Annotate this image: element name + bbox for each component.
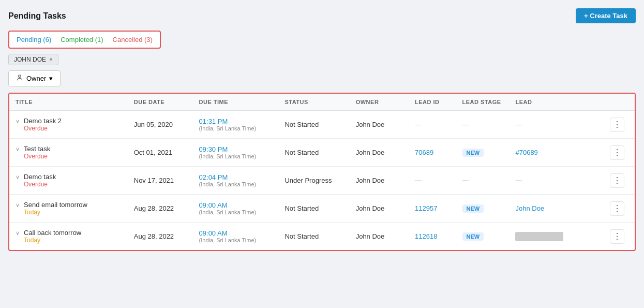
lead-id-link-3[interactable]: 112957 [415,204,437,212]
task-owner-2: John Doe [350,167,409,195]
lead-id-4[interactable]: 112618 [409,223,456,251]
task-title-3: Send email tomorrow [24,201,87,209]
lead-dash-0: — [515,121,522,128]
lead-id-3[interactable]: 112957 [409,195,456,223]
owner-button-label: Owner [26,75,46,82]
task-status-label-2: Overdue [24,181,56,188]
due-date-4: Aug 28, 2022 [128,223,193,251]
lead-blurred-4: •••••••••••••••••••• [515,232,563,241]
table-body: ∨ Demo task 2 Overdue Jun 05, 2020 01:31… [9,111,635,251]
lead-id-1[interactable]: 70689 [409,139,456,167]
task-owner-4: John Doe [350,223,409,251]
lead-id-link-4[interactable]: 112618 [415,232,437,240]
person-icon [16,74,23,83]
task-status-label-3: Today [24,209,87,216]
chevron-down-icon: ▾ [49,75,53,82]
lead-id-dash-0: — [415,121,422,128]
task-progress-3: Not Started [278,195,349,223]
lead-4: •••••••••••••••••••• [509,223,604,251]
tab-pending[interactable]: Pending (6) [17,36,51,43]
owner-filter-button[interactable]: Owner ▾ [8,70,61,86]
task-status-label-1: Overdue [24,153,50,160]
task-progress-0: Not Started [278,111,349,139]
row-more-button-1[interactable]: ⋮ [610,145,624,160]
tasks-table: TITLEDUE DATEDUE TIMESTATUSOWNERLEAD IDL… [9,94,635,250]
col-header-lead: LEAD [509,94,604,111]
row-more-button-2[interactable]: ⋮ [610,173,624,188]
due-time-1: 09:30 PM [199,145,273,153]
lead-stage-badge-1: NEW [462,149,484,157]
lead-id-0: — [409,111,456,139]
col-header-owner: OWNER [350,94,409,111]
row-expand-icon[interactable]: ∨ [16,202,20,209]
table-row: ∨ Test task Overdue Oct 01, 2021 09:30 P… [9,139,635,167]
page-title: Pending Tasks [8,11,66,21]
lead-1[interactable]: #70689 [509,139,604,167]
status-tabs: Pending (6)Completed (1)Cancelled (3) [8,31,161,49]
due-date-3: Aug 28, 2022 [128,195,193,223]
col-header-lead_stage: LEAD STAGE [456,94,510,111]
col-header-due_time: DUE TIME [193,94,279,111]
task-owner-1: John Doe [350,139,409,167]
task-title-1: Test task [24,145,50,153]
lead-id-dash-2: — [415,177,422,184]
row-expand-icon[interactable]: ∨ [16,174,20,181]
table-row: ∨ Call back tomorrow Today Aug 28, 2022 … [9,223,635,251]
col-header-action [604,94,635,111]
lead-id-link-1[interactable]: 70689 [415,149,433,156]
lead-2: — [509,167,604,195]
table-row: ∨ Demo task Overdue Nov 17, 2021 02:04 P… [9,167,635,195]
due-tz-1: (India, Sri Lanka Time) [199,153,273,159]
create-task-button[interactable]: + Create Task [576,8,636,23]
lead-stage-badge-4: NEW [462,232,484,241]
due-date-2: Nov 17, 2021 [128,167,193,195]
due-time-2: 02:04 PM [199,173,273,181]
task-progress-1: Not Started [278,139,349,167]
task-status-label-4: Today [24,237,81,244]
active-filter-tag[interactable]: JOHN DOE × [8,54,58,65]
tab-cancelled[interactable]: Cancelled (3) [113,36,153,43]
row-more-button-3[interactable]: ⋮ [610,201,624,216]
table-row: ∨ Send email tomorrow Today Aug 28, 2022… [9,195,635,223]
filter-row: JOHN DOE × [8,54,636,65]
due-date-1: Oct 01, 2021 [128,139,193,167]
lead-link-3[interactable]: John Doe [515,204,544,212]
due-time-3: 09:00 AM [199,201,273,209]
tasks-table-container: TITLEDUE DATEDUE TIMESTATUSOWNERLEAD IDL… [8,93,636,251]
col-header-lead_id: LEAD ID [409,94,456,111]
task-title-2: Demo task [24,173,56,181]
row-more-button-0[interactable]: ⋮ [610,118,624,132]
lead-stage-badge-3: NEW [462,204,484,213]
row-more-button-4[interactable]: ⋮ [610,229,624,244]
task-progress-2: Under Progress [278,167,349,195]
row-expand-icon[interactable]: ∨ [16,230,20,237]
row-expand-icon[interactable]: ∨ [16,118,20,125]
due-tz-2: (India, Sri Lanka Time) [199,181,273,187]
task-owner-0: John Doe [350,111,409,139]
table-header: TITLEDUE DATEDUE TIMESTATUSOWNERLEAD IDL… [9,94,635,111]
lead-link-1[interactable]: #70689 [515,149,537,156]
task-owner-3: John Doe [350,195,409,223]
col-header-title: TITLE [9,94,128,111]
tab-completed[interactable]: Completed (1) [61,36,103,43]
row-expand-icon[interactable]: ∨ [16,146,20,153]
filter-tag-close-icon[interactable]: × [49,56,53,63]
lead-stage-dash-0: — [462,121,469,128]
lead-dash-2: — [515,177,522,184]
task-progress-4: Not Started [278,223,349,251]
col-header-status: STATUS [278,94,349,111]
svg-point-0 [19,75,21,78]
lead-stage-1: NEW [456,139,510,167]
lead-stage-4: NEW [456,223,510,251]
due-date-0: Jun 05, 2020 [128,111,193,139]
lead-stage-dash-2: — [462,177,469,184]
lead-id-2: — [409,167,456,195]
lead-3[interactable]: John Doe [509,195,604,223]
due-time-0: 01:31 PM [199,118,273,125]
table-row: ∨ Demo task 2 Overdue Jun 05, 2020 01:31… [9,111,635,139]
lead-stage-2: — [456,167,510,195]
task-status-label-0: Overdue [24,125,62,132]
col-header-due_date: DUE DATE [128,94,193,111]
task-title-4: Call back tomorrow [24,229,81,237]
lead-stage-0: — [456,111,510,139]
